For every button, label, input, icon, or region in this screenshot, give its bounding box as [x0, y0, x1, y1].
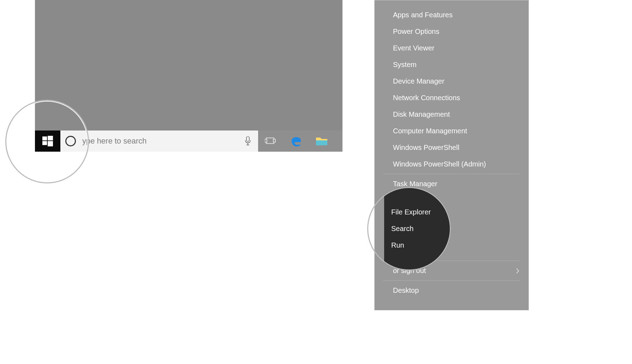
- menu-separator: [383, 261, 520, 261]
- winx-menu-list: Apps and Features Power Options Event Vi…: [375, 0, 529, 196]
- menu-item-powershell[interactable]: Windows PowerShell: [375, 139, 529, 156]
- menu-overlay-gap: [375, 196, 529, 259]
- svg-rect-8: [265, 139, 267, 142]
- start-button[interactable]: [35, 131, 60, 152]
- taskbar: ype here to search: [35, 131, 342, 152]
- svg-rect-4: [246, 136, 249, 141]
- task-view-button[interactable]: [258, 131, 284, 152]
- menu-separator: [383, 280, 520, 281]
- winx-menu: Apps and Features Power Options Event Vi…: [374, 0, 529, 310]
- menu-item-sign-out[interactable]: or sign out: [375, 262, 529, 279]
- cortana-icon: [65, 136, 76, 146]
- folder-icon: [315, 136, 328, 146]
- menu-item-device-manager[interactable]: Device Manager: [375, 73, 529, 90]
- svg-rect-1: [48, 136, 53, 140]
- menu-item-apps-features[interactable]: Apps and Features: [375, 7, 529, 23]
- microphone-icon[interactable]: [245, 136, 251, 146]
- task-view-icon: [265, 136, 277, 146]
- edge-icon: [290, 135, 302, 147]
- menu-item-desktop[interactable]: Desktop: [375, 282, 529, 299]
- svg-rect-9: [273, 139, 275, 142]
- menu-item-sign-out-label: or sign out: [393, 267, 426, 274]
- svg-rect-10: [316, 140, 327, 145]
- search-input[interactable]: ype here to search: [60, 131, 258, 152]
- search-placeholder: ype here to search: [82, 136, 245, 146]
- menu-separator: [383, 174, 520, 174]
- desktop-with-taskbar: ype here to search: [35, 0, 342, 152]
- menu-item-computer-management[interactable]: Computer Management: [375, 123, 529, 139]
- menu-item-event-viewer[interactable]: Event Viewer: [375, 40, 529, 56]
- menu-item-network-connections[interactable]: Network Connections: [375, 90, 529, 106]
- menu-item-task-manager[interactable]: Task Manager: [375, 176, 529, 192]
- taskbar-pinned-apps: [258, 131, 342, 152]
- menu-item-power-options[interactable]: Power Options: [375, 23, 529, 40]
- edge-button[interactable]: [284, 131, 309, 152]
- menu-item-system[interactable]: System: [375, 56, 529, 73]
- svg-rect-3: [48, 141, 53, 146]
- svg-rect-2: [42, 141, 47, 145]
- windows-logo-icon: [42, 136, 53, 146]
- menu-item-powershell-admin[interactable]: Windows PowerShell (Admin): [375, 156, 529, 172]
- chevron-right-icon: [516, 268, 519, 274]
- svg-rect-0: [42, 136, 47, 140]
- menu-item-disk-management[interactable]: Disk Management: [375, 106, 529, 123]
- svg-rect-7: [266, 138, 274, 144]
- file-explorer-button[interactable]: [309, 131, 334, 152]
